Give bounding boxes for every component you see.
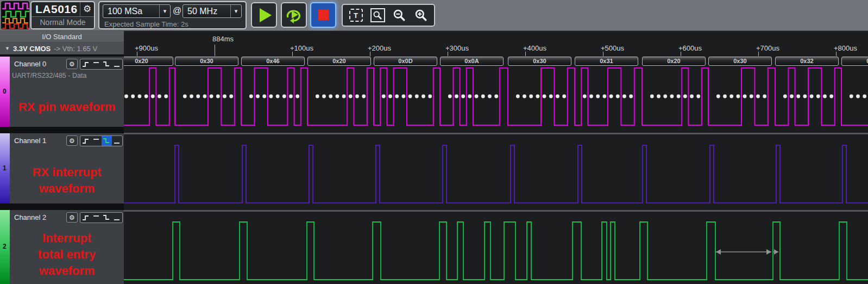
ch2-waveform-trace <box>124 222 868 280</box>
ch1-waveform-trace <box>124 145 868 203</box>
waveform-traces <box>110 68 868 280</box>
sample-point-dots <box>118 95 866 98</box>
measurement-arrow <box>716 249 778 255</box>
waveform-canvas <box>0 0 868 284</box>
la5016-app-window: LA5016 ⚙ Normal Mode 100 MSa ▾ @ 50 MHz … <box>0 0 868 284</box>
